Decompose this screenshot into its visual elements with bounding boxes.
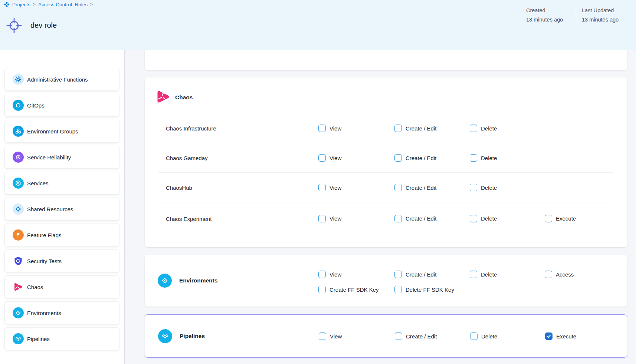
permission-label: Execute	[556, 215, 576, 222]
sidebar-item-pipelines[interactable]: Pipelines	[4, 327, 119, 350]
resource-label: Chaos Infrastructure	[166, 125, 216, 132]
chaos-icon	[156, 90, 171, 105]
checkbox-view[interactable]	[318, 154, 326, 162]
chaos-icon	[13, 281, 24, 292]
checkbox-view[interactable]	[318, 184, 326, 191]
sidebar-item-label: GitOps	[27, 102, 45, 109]
permission-delete[interactable]: Delete	[470, 154, 497, 162]
permission-create-edit[interactable]: Create / Edit	[394, 184, 436, 191]
checkbox-delete[interactable]	[470, 184, 477, 191]
section-card-pipelines[interactable]: Pipelines View Create / Edit Delete Exec…	[145, 314, 627, 358]
permission-delete[interactable]: Delete	[470, 125, 497, 132]
permission-view[interactable]: View	[318, 215, 341, 222]
permission-label: Delete	[481, 215, 497, 222]
last-updated-label: Last Updated	[582, 7, 636, 13]
sidebar-item-label: Service Reliability	[27, 154, 71, 161]
projects-icon	[4, 1, 10, 7]
permission-access[interactable]: Access	[545, 271, 574, 278]
sidebar-item-label: Shared Resources	[27, 206, 73, 212]
permission-create-edit[interactable]: Create / Edit	[395, 332, 437, 340]
sidebar-item-service-reliability[interactable]: Service Reliability	[4, 146, 119, 169]
permission-delete[interactable]: Delete	[470, 215, 497, 222]
checkbox-view[interactable]	[318, 271, 326, 278]
checkbox-create-edit[interactable]	[394, 215, 402, 222]
resource-label: Chaos Gameday	[166, 155, 208, 161]
sidebar-item-label: Environment Groups	[27, 128, 78, 135]
sidebar-item-label: Administrative Functions	[27, 76, 88, 83]
checkbox-create-ff-sdk-key[interactable]	[318, 286, 326, 293]
shared-resources-icon	[13, 203, 24, 215]
scrolled-card-partial	[145, 50, 627, 70]
environments-icon	[13, 307, 24, 318]
checkbox-view[interactable]	[318, 215, 326, 222]
permission-label: Create / Edit	[406, 333, 437, 340]
checkbox-delete[interactable]	[470, 125, 477, 132]
permission-view[interactable]: View	[318, 125, 341, 132]
checkbox-delete[interactable]	[470, 154, 477, 162]
checkbox-create-edit[interactable]	[394, 154, 402, 162]
resource-category-list: Administrative Functions GitOps Environm…	[4, 68, 119, 353]
resource-category-sidebar: Administrative Functions GitOps Environm…	[0, 50, 124, 364]
section-card-environments[interactable]: Environments View Create / Edit Delete A…	[145, 255, 627, 307]
checkbox-view[interactable]	[319, 332, 326, 340]
checkbox-create-edit[interactable]	[394, 271, 402, 278]
admin-gear-icon	[13, 74, 24, 85]
breadcrumb-link-projects[interactable]: Projects	[12, 2, 30, 7]
checkbox-delete[interactable]	[470, 271, 477, 278]
permission-view[interactable]: View	[318, 184, 341, 191]
checkbox-view[interactable]	[318, 125, 326, 132]
checkbox-delete[interactable]	[470, 215, 477, 222]
sidebar-item-chaos[interactable]: Chaos	[4, 275, 119, 298]
permission-create-edit[interactable]: Create / Edit	[394, 215, 436, 222]
permission-label: View	[330, 271, 341, 278]
sidebar-item-environments[interactable]: Environments	[4, 301, 119, 324]
permission-view[interactable]: View	[318, 271, 341, 278]
service-reliability-icon	[13, 152, 24, 163]
permission-label: Delete	[481, 271, 497, 278]
permission-delete[interactable]: Delete	[470, 332, 497, 340]
sidebar-item-feature-flags[interactable]: Feature Flags	[4, 224, 119, 246]
permission-row-chaoshub: ChaosHub View Create / Edit Delete	[145, 173, 627, 202]
checkbox-execute[interactable]	[545, 332, 553, 340]
permission-delete[interactable]: Delete	[470, 184, 497, 191]
sidebar-item-gitops[interactable]: GitOps	[4, 94, 119, 117]
permission-rows: Chaos Infrastructure View Create / Edit …	[145, 113, 627, 235]
sidebar-item-shared-resources[interactable]: Shared Resources	[4, 198, 119, 221]
permission-create-edit[interactable]: Create / Edit	[394, 271, 436, 278]
breadcrumb-separator: >	[33, 2, 36, 7]
sidebar-item-services[interactable]: Services	[4, 172, 119, 195]
breadcrumb-separator: >	[90, 2, 93, 7]
permission-create-ff-sdk-key[interactable]: Create FF SDK Key	[318, 286, 379, 293]
services-icon	[13, 178, 24, 189]
sidebar-item-security-tests[interactable]: Security Tests	[4, 249, 119, 272]
permission-label: Create / Edit	[406, 125, 436, 132]
permission-create-edit[interactable]: Create / Edit	[394, 125, 436, 132]
checkbox-create-edit[interactable]	[395, 332, 402, 340]
sidebar-item-administrative-functions[interactable]: Administrative Functions	[4, 68, 119, 91]
permission-view[interactable]: View	[318, 154, 341, 162]
permission-delete-ff-sdk-key[interactable]: Delete FF SDK Key	[394, 286, 454, 293]
permission-label: Delete	[481, 333, 497, 340]
permission-execute[interactable]: Execute	[545, 215, 576, 222]
checkbox-create-edit[interactable]	[394, 125, 402, 132]
permission-view[interactable]: View	[319, 332, 342, 340]
sidebar-item-environment-groups[interactable]: Environment Groups	[4, 120, 119, 143]
checkbox-delete-ff-sdk-key[interactable]	[394, 286, 402, 293]
role-meta: Created 13 minutes ago Last Updated 13 m…	[526, 7, 636, 23]
sidebar-item-label: Pipelines	[27, 336, 50, 342]
permission-create-edit[interactable]: Create / Edit	[394, 154, 436, 162]
breadcrumb: Projects > Access Control: Roles >	[4, 1, 93, 7]
checkbox-execute[interactable]	[545, 215, 552, 222]
permission-label: Create / Edit	[406, 155, 436, 161]
checkbox-create-edit[interactable]	[394, 184, 402, 191]
permission-delete[interactable]: Delete	[470, 271, 497, 278]
checkbox-access[interactable]	[545, 271, 552, 278]
created-value: 13 minutes ago	[526, 17, 570, 23]
permission-execute[interactable]: Execute	[545, 332, 576, 340]
created-label: Created	[526, 7, 570, 13]
permission-row-chaos-gameday: Chaos Gameday View Create / Edit Delete	[145, 143, 627, 173]
checkbox-delete[interactable]	[470, 332, 478, 340]
permission-label: View	[330, 155, 341, 161]
breadcrumb-link-access-control-roles[interactable]: Access Control: Roles	[38, 2, 88, 7]
pipelines-icon	[13, 333, 24, 344]
